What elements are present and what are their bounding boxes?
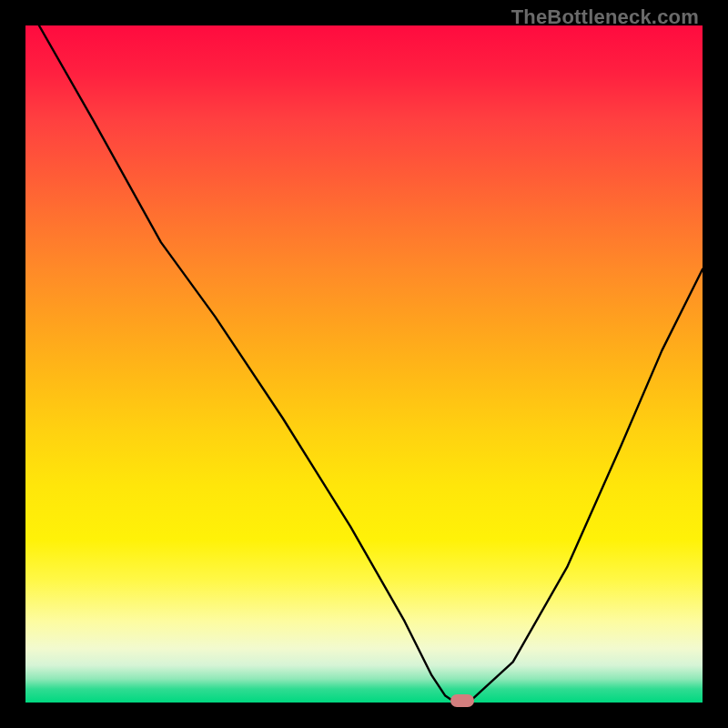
gradient-background bbox=[25, 25, 703, 703]
chart-frame bbox=[0, 0, 728, 728]
bottleneck-marker bbox=[450, 694, 474, 707]
watermark-text: TheBottleneck.com bbox=[511, 5, 699, 29]
